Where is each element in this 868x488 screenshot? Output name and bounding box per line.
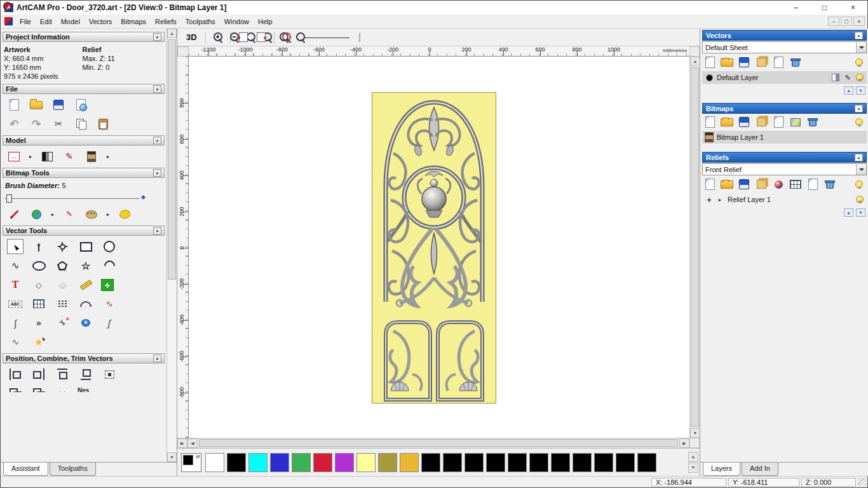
import-export-icon[interactable]: [72, 97, 89, 112]
flyout-arrow[interactable]: [715, 194, 725, 205]
join-vectors-icon[interactable]: [31, 315, 47, 330]
combo-dropdown-icon[interactable]: [856, 164, 866, 175]
colour-swatch[interactable]: [205, 453, 224, 472]
save-model-icon[interactable]: [50, 97, 67, 112]
palette-icon[interactable]: [83, 207, 100, 222]
relief-selector[interactable]: Front Relief: [702, 163, 867, 175]
tab-layers[interactable]: Layers: [703, 463, 740, 476]
mdi-close-button[interactable]: ×: [853, 17, 865, 26]
sheet-selector[interactable]: Default Sheet: [702, 41, 867, 53]
relief-visibility-icon[interactable]: [852, 178, 866, 191]
scrollbar-thumb[interactable]: [691, 67, 699, 427]
mdi-minimize-button[interactable]: –: [828, 17, 839, 26]
colour-swatch[interactable]: [508, 453, 527, 472]
layer-visibility-icon[interactable]: [855, 72, 865, 83]
collapse-button[interactable]: [153, 85, 161, 93]
relief-layer-visibility-icon[interactable]: [855, 194, 865, 205]
freehand-icon[interactable]: [7, 315, 24, 330]
save-vectors-icon[interactable]: [737, 56, 751, 69]
new-relief-layer-icon[interactable]: [703, 178, 717, 191]
menu-item[interactable]: Help: [254, 16, 277, 27]
menu-item[interactable]: Model: [57, 16, 85, 27]
layer-name[interactable]: Bitmap Layer 1: [717, 133, 865, 141]
delete-bitmap-layer-icon[interactable]: [806, 116, 820, 128]
flyout-arrow[interactable]: [50, 207, 55, 222]
colour-swatch[interactable]: [292, 453, 311, 472]
dimension-icon[interactable]: [78, 277, 94, 292]
dock-right-icon[interactable]: [253, 30, 269, 45]
colour-swatch[interactable]: [573, 453, 592, 472]
extrude-icon[interactable]: [78, 315, 94, 330]
colour-swatch[interactable]: [421, 453, 440, 472]
scrollbar-thumb[interactable]: [199, 439, 678, 447]
scroll-right-icon[interactable]: ▶: [679, 438, 689, 448]
scroll-up-icon[interactable]: ▲: [688, 452, 698, 462]
transfer-relief-icon[interactable]: [806, 178, 820, 191]
scrollbar-track[interactable]: [167, 38, 177, 452]
create-ellipse-icon[interactable]: [31, 258, 47, 273]
distort-vectors-icon[interactable]: [31, 334, 47, 349]
flood-fill-icon[interactable]: [28, 207, 44, 222]
wrap-text-icon[interactable]: [7, 296, 24, 311]
current-colour-widget[interactable]: [181, 453, 201, 472]
trim-vectors-icon[interactable]: [54, 315, 71, 330]
nesting-icon[interactable]: Nes: [78, 386, 89, 392]
scroll-left-icon[interactable]: ◀: [187, 438, 198, 448]
delete-vectors-icon[interactable]: [789, 56, 803, 69]
subtract-vectors-icon[interactable]: [31, 386, 47, 392]
colour-swatch[interactable]: [637, 453, 656, 472]
collapse-button[interactable]: [153, 33, 161, 41]
undo-icon[interactable]: [6, 116, 22, 132]
palette-scrollbar[interactable]: ▲ ▼: [688, 452, 698, 473]
dock-left-icon[interactable]: [235, 30, 252, 45]
scrollbar-thumb[interactable]: [168, 39, 176, 280]
snap-toggle-icon[interactable]: [831, 72, 841, 83]
menu-item[interactable]: Vectors: [85, 16, 117, 27]
move-layer-up-icon[interactable]: [844, 86, 853, 95]
save-relief-icon[interactable]: [737, 178, 751, 191]
set-model-size-icon[interactable]: [6, 149, 22, 164]
create-star-icon[interactable]: [78, 258, 94, 273]
calculate-relief-icon[interactable]: [789, 178, 803, 191]
colour-swatch[interactable]: [529, 453, 548, 472]
draw-icon[interactable]: [6, 207, 22, 222]
menu-item[interactable]: Toolpaths: [181, 16, 220, 27]
colour-swatch[interactable]: [313, 453, 332, 472]
colour-swatch[interactable]: [443, 453, 462, 472]
spline-smooth-icon[interactable]: [101, 315, 118, 330]
horizontal-scrollbar[interactable]: ▶ ◀ ▶: [177, 438, 689, 448]
align-centre-icon[interactable]: [101, 367, 118, 382]
open-relief-icon[interactable]: [720, 178, 734, 191]
new-sheet-icon[interactable]: [703, 56, 717, 69]
greyscale-view-icon[interactable]: [39, 149, 55, 164]
colour-swatch[interactable]: [486, 453, 505, 472]
block-copy-icon[interactable]: [101, 279, 114, 291]
view-3d-button[interactable]: 3D: [182, 31, 201, 43]
merge-reliefs-icon[interactable]: [754, 178, 768, 191]
tab-add-in[interactable]: Add In: [742, 463, 778, 476]
scroll-down-icon[interactable]: ▼: [688, 463, 698, 473]
paste-icon[interactable]: [95, 116, 111, 132]
merge-bitmaps-icon[interactable]: [754, 116, 768, 128]
menu-item[interactable]: File: [15, 16, 36, 27]
move-layer-down-icon[interactable]: [856, 208, 865, 217]
brush-diameter-slider[interactable]: [5, 193, 140, 203]
align-left-icon[interactable]: [7, 367, 24, 382]
scroll-down-icon[interactable]: ▼: [690, 428, 700, 438]
combo-dropdown-icon[interactable]: [856, 42, 866, 53]
move-layer-up-icon[interactable]: [844, 208, 853, 217]
all-vectors-visibility-icon[interactable]: [852, 56, 866, 69]
bitmap-layer-row[interactable]: Bitmap Layer 1: [702, 131, 867, 144]
tab-toolpaths[interactable]: Toolpaths: [50, 463, 96, 476]
import-vectors-icon[interactable]: [754, 56, 768, 69]
collapse-button[interactable]: [153, 355, 161, 362]
transform-vectors-icon[interactable]: [54, 239, 71, 254]
menu-item[interactable]: Edit: [36, 16, 57, 27]
colour-swatch[interactable]: [356, 453, 376, 472]
colour-swatch[interactable]: [248, 453, 268, 472]
delete-relief-layer-icon[interactable]: [823, 178, 837, 191]
canvas-viewport[interactable]: [189, 57, 689, 438]
assistant-scrollbar[interactable]: ▲ ▼: [166, 29, 177, 462]
close-button[interactable]: ×: [839, 1, 867, 15]
new-bitmap-layer-icon[interactable]: [703, 116, 717, 128]
